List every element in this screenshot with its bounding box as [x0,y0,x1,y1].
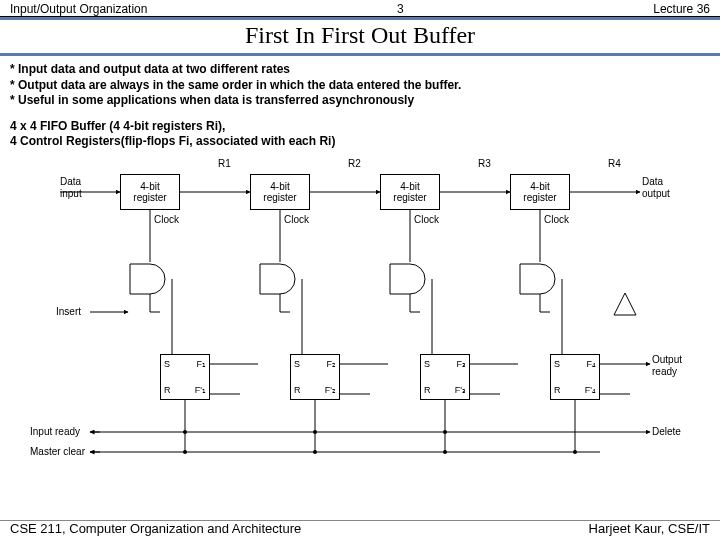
reg3-l1: 4-bit [381,181,439,192]
ff2-r: R [294,385,301,395]
reg4-l2: register [511,192,569,203]
header-row: Input/Output Organization 3 Lecture 36 [0,0,720,17]
master-clear-label: Master clear [30,446,85,457]
flipflop-2: S R F₂ F'₂ [290,354,340,400]
and-gate-2 [258,262,302,296]
ff1-r: R [164,385,171,395]
page-title: First In First Out Buffer [0,17,720,56]
desc-line-1: 4 x 4 FIFO Buffer (4 4-bit registers Ri)… [10,119,710,135]
register-1: 4-bit register [120,174,180,210]
reg1-l1: 4-bit [121,181,179,192]
delete-label: Delete [652,426,681,437]
bullet-3: * Useful in some applications when data … [10,93,710,109]
data-input-1: Data [60,176,81,187]
ff3-qb: F'₃ [455,385,466,395]
ff1-q: F₁ [197,359,207,369]
ff2-qb: F'₂ [325,385,336,395]
and-gate-1 [128,262,172,296]
data-output-1: Data [642,176,663,187]
clock-2: Clock [284,214,309,225]
label-r4: R4 [608,158,621,169]
svg-point-46 [443,430,447,434]
footer-left: CSE 211, Computer Organization and Archi… [10,521,301,536]
output-ready-2: ready [652,366,677,377]
bullet-1: * Input data and output data at two diff… [10,62,710,78]
desc-line-2: 4 Control Registers(flip-flops Fi, assoc… [10,134,710,150]
svg-point-43 [573,450,577,454]
header-center: 3 [397,2,404,16]
insert-label: Insert [56,306,81,317]
register-2: 4-bit register [250,174,310,210]
bullet-list: * Input data and output data at two diff… [0,56,720,115]
ff2-s: S [294,359,300,369]
ff3-q: F₃ [457,359,467,369]
ff1-qb: F'₁ [195,385,206,395]
reg2-l2: register [251,192,309,203]
svg-point-42 [443,450,447,454]
ff4-s: S [554,359,560,369]
and-gate-4 [518,262,562,296]
data-output-2: output [642,188,670,199]
label-r1: R1 [218,158,231,169]
and-gate-3 [388,262,432,296]
ff4-qb: F'₄ [585,385,596,395]
ff1-s: S [164,359,170,369]
ff2-q: F₂ [327,359,337,369]
flipflop-4: S R F₄ F'₄ [550,354,600,400]
reg3-l2: register [381,192,439,203]
ff3-r: R [424,385,431,395]
footer: CSE 211, Computer Organization and Archi… [0,520,720,536]
ff4-r: R [554,385,561,395]
clock-4: Clock [544,214,569,225]
output-ready-1: Output [652,354,682,365]
bullet-2: * Output data are always in the same ord… [10,78,710,94]
description: 4 x 4 FIFO Buffer (4 4-bit registers Ri)… [0,115,720,154]
buffer-icon [610,289,640,319]
register-3: 4-bit register [380,174,440,210]
input-ready-label: Input ready [30,426,80,437]
svg-point-41 [313,450,317,454]
svg-point-44 [183,430,187,434]
flipflop-3: S R F₃ F'₃ [420,354,470,400]
reg1-l2: register [121,192,179,203]
reg4-l1: 4-bit [511,181,569,192]
label-r3: R3 [478,158,491,169]
reg2-l1: 4-bit [251,181,309,192]
svg-point-40 [183,450,187,454]
ff4-q: F₄ [587,359,597,369]
clock-3: Clock [414,214,439,225]
flipflop-1: S R F₁ F'₁ [160,354,210,400]
footer-right: Harjeet Kaur, CSE/IT [589,521,710,536]
wiring-svg [10,154,710,474]
header-right: Lecture 36 [653,2,710,16]
fifo-diagram: R1 R2 R3 R4 4-bit register 4-bit registe… [10,154,710,474]
svg-point-45 [313,430,317,434]
ff3-s: S [424,359,430,369]
register-4: 4-bit register [510,174,570,210]
header-left: Input/Output Organization [10,2,147,16]
data-input-2: input [60,188,82,199]
clock-1: Clock [154,214,179,225]
label-r2: R2 [348,158,361,169]
